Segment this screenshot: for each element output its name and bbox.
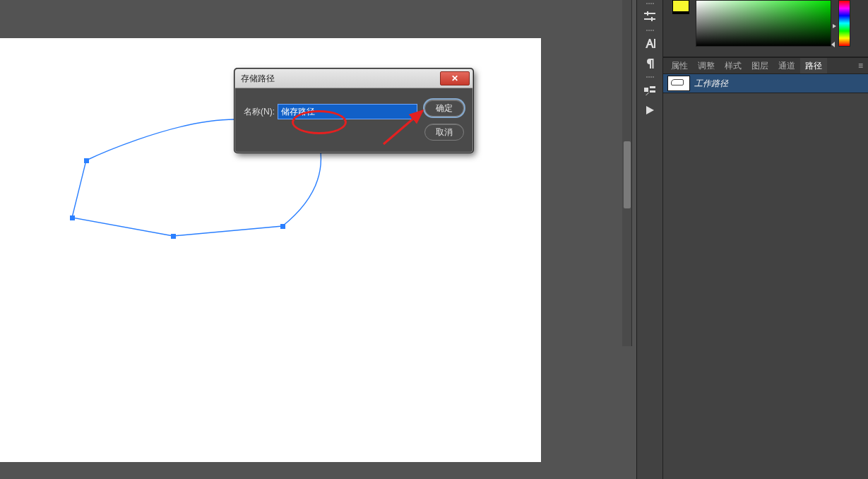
foreground-swatch[interactable] [672,0,689,14]
actions-panel-icon[interactable] [636,100,663,120]
dialog-body: 名称(N): 确定 取消 [235,88,472,152]
character-panel-icon[interactable] [636,34,663,54]
path-thumbnail [667,76,690,91]
color-spectrum[interactable] [696,0,831,47]
ok-button[interactable]: 确定 [424,100,464,117]
close-icon: ✕ [451,73,458,83]
tab-properties[interactable]: 属性 [666,58,693,73]
cancel-button[interactable]: 取消 [424,124,464,141]
svg-rect-1 [84,158,89,163]
svg-rect-5 [647,11,648,16]
svg-rect-2 [280,224,285,229]
svg-rect-9 [644,88,648,92]
tab-paths[interactable]: 路径 [800,57,827,73]
save-path-dialog: 存储路径 ✕ 名称(N): 确定 取消 [234,69,473,153]
paths-list: 工作路径 [663,74,868,467]
tab-layers[interactable]: 图层 [747,58,773,73]
dialog-titlebar[interactable]: 存储路径 ✕ [235,69,472,88]
right-panel-column: 属性 调整 样式 图层 通道 路径 ≡ 工作路径 [663,0,868,479]
panel-menu-icon[interactable]: ≡ [854,58,868,73]
svg-rect-3 [171,234,176,239]
fg-bg-swatch[interactable] [669,0,691,20]
svg-rect-8 [654,39,655,48]
collapsed-panels-strip [636,0,663,479]
panel-grip[interactable] [636,1,663,6]
svg-rect-4 [644,13,655,14]
svg-rect-6 [644,18,655,20]
svg-rect-7 [651,17,653,21]
measure-panel-icon[interactable] [636,81,663,100]
panel-grip[interactable] [636,75,663,79]
canvas-vertical-scrollbar[interactable] [622,0,632,346]
adjustments-panel-icon[interactable] [636,7,663,27]
svg-rect-10 [650,86,655,88]
name-label: 名称(N): [244,106,275,118]
scrollbar-thumb[interactable] [624,141,631,208]
sliders-icon [643,11,656,23]
path-item-label: 工作路径 [694,78,728,90]
dialog-title: 存储路径 [241,73,275,85]
panel-grip[interactable] [636,28,663,32]
close-button[interactable]: ✕ [440,71,470,85]
paragraph-panel-icon[interactable] [636,54,663,73]
paragraph-icon [643,57,656,70]
svg-rect-11 [650,90,655,93]
play-icon [644,105,655,116]
hue-slider[interactable] [838,0,850,47]
tab-channels[interactable]: 通道 [773,58,800,73]
ruler-icon [643,84,656,97]
path-name-input[interactable] [278,104,417,119]
tab-styles[interactable]: 样式 [720,58,747,73]
path-item[interactable]: 工作路径 [663,74,868,93]
tab-adjustments[interactable]: 调整 [693,58,720,73]
panel-tabbar: 属性 调整 样式 图层 通道 路径 ≡ [663,57,868,74]
color-panel [663,0,868,57]
svg-rect-0 [70,215,75,220]
character-icon [643,37,656,50]
hue-indicator-icon [833,24,836,28]
